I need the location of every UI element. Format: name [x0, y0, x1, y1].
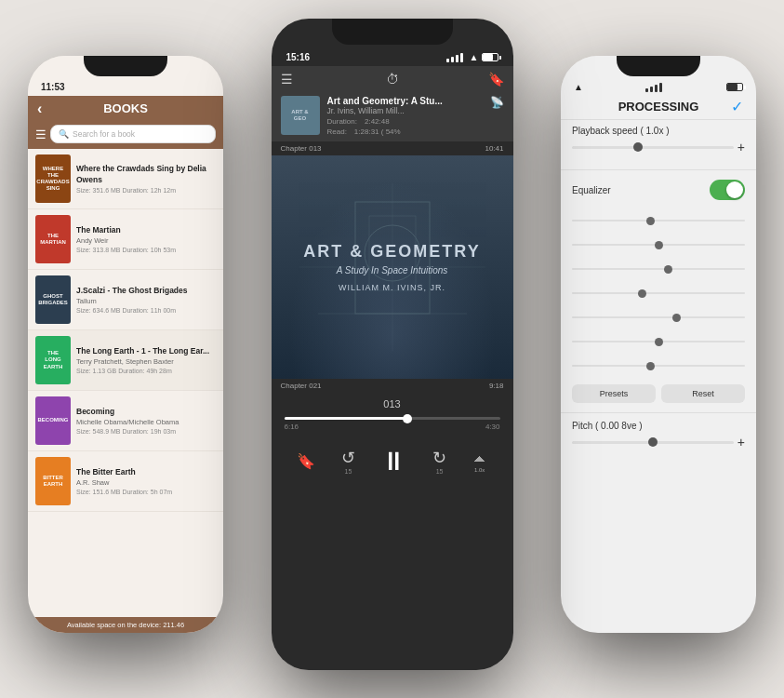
playback-speed-section: Playback speed ( 1.0x ) + [561, 120, 756, 166]
equalizer-label: Equalizer [572, 185, 611, 195]
right-phone-screen: ▲ PROCESSING ✓ Playback speed ( 1.0x ) [561, 56, 756, 633]
eq-band-3[interactable] [572, 258, 745, 280]
eq-track-6[interactable] [572, 341, 745, 342]
playback-speed-row: Playback speed ( 1.0x ) [572, 126, 745, 136]
playback-speed-slider-row[interactable]: + [572, 140, 745, 154]
menu-icon[interactable]: ☰ [35, 128, 47, 141]
pitch-slider-row[interactable]: + [572, 435, 745, 450]
left-time: 11:53 [41, 82, 65, 92]
book-meta: Size: 634.6 MB Duration: 11h 00m [76, 307, 216, 314]
book-author: Michelle Obama/Michelle Obama [76, 418, 216, 426]
progress-track[interactable] [285, 417, 500, 420]
cast-icon[interactable]: 📡 [490, 96, 504, 109]
eq-thumb-4[interactable] [638, 289, 646, 298]
right-notch [617, 56, 700, 76]
equalizer-toggle[interactable] [710, 180, 745, 200]
book-meta: Size: 151.6 MB Duration: 5h 07m [76, 489, 216, 495]
eq-thumb-2[interactable] [655, 241, 663, 249]
eq-track-1[interactable] [572, 220, 745, 221]
center-time: 15:16 [286, 52, 311, 62]
book-cover: WHERE THECRAWDADSSING [35, 154, 71, 203]
book-meta: Size: 351.6 MB Duration: 12h 12m [76, 187, 216, 194]
read-label: Read: [327, 128, 347, 136]
eq-band-6[interactable] [572, 330, 745, 353]
playback-speed-label: Playback speed ( 1.0x ) [572, 126, 670, 136]
playback-speed-thumb[interactable] [633, 142, 643, 152]
search-input[interactable]: 🔍 Search for a book [50, 125, 216, 143]
read-value: 1:28:31 ( 54% [354, 128, 401, 136]
eq-band-4[interactable] [572, 282, 745, 304]
clock-icon[interactable]: ⏱ [386, 72, 399, 87]
checkmark-button[interactable]: ✓ [731, 98, 743, 115]
storage-text: Available space on the device: 211.46 [67, 621, 184, 629]
pitch-slider[interactable] [572, 441, 734, 444]
now-playing-author: Jr. Ivins, William Mill... [327, 106, 483, 115]
books-header: ‹ BOOKS [28, 96, 223, 121]
book-info: The Bitter Earth A.R. Shaw Size: 151.6 M… [76, 467, 216, 494]
player-controls: 🔖 ↺ 15 ⏸ ↻ 15 ⏶ 1.0x [272, 436, 513, 491]
eq-thumb-3[interactable] [664, 265, 672, 274]
eq-track-2[interactable] [572, 244, 745, 246]
eq-track-5[interactable] [572, 316, 745, 318]
list-item[interactable]: GHOSTBRIGADES J.Scalzi - The Ghost Briga… [28, 270, 223, 330]
eq-thumb-7[interactable] [646, 362, 655, 370]
books-title: BOOKS [103, 101, 148, 115]
pause-button[interactable]: ⏸ [380, 446, 406, 477]
book-title: The Bitter Earth [76, 467, 216, 477]
duration-label: Duration: [327, 117, 357, 126]
forward-button[interactable]: ↻ 15 [432, 448, 446, 475]
eq-button[interactable]: ⏶ 1.0x [472, 450, 487, 473]
eq-thumb-1[interactable] [646, 217, 655, 225]
player-progress[interactable]: 6:16 4:30 [272, 415, 513, 436]
playback-speed-slider[interactable] [572, 146, 734, 149]
rewind-button[interactable]: ↺ 15 [341, 448, 355, 475]
eq-band-5[interactable] [572, 306, 745, 329]
bookmark-icon[interactable]: 🔖 [488, 72, 504, 87]
left-notch [84, 56, 167, 76]
signal-icons: ▲ [446, 52, 498, 62]
bookmark-btn[interactable]: 🔖 [297, 452, 315, 470]
list-item[interactable]: WHERE THECRAWDADSSING Where the Crawdads… [28, 149, 223, 209]
list-item[interactable]: THELONGEARTH The Long Earth - 1 - The Lo… [28, 330, 223, 391]
hamburger-icon[interactable]: ☰ [281, 72, 293, 87]
toggle-knob [726, 181, 743, 198]
back-button[interactable]: ‹ [37, 101, 42, 117]
eq-thumb-6[interactable] [655, 338, 663, 346]
book-cover: GHOSTBRIGADES [35, 275, 71, 324]
left-phone-screen: 11:53 ‹ BOOKS ☰ 🔍 Search for a book WHER… [28, 56, 223, 633]
eq-thumb-5[interactable] [672, 314, 681, 322]
list-item[interactable]: BECOMING Becoming Michelle Obama/Michell… [28, 391, 223, 451]
wifi-icon: ▲ [470, 52, 479, 62]
eq-band-2[interactable] [572, 234, 745, 256]
eq-band-7[interactable] [572, 355, 745, 377]
book-meta: Size: 1.13 GB Duration: 49h 28m [76, 368, 216, 374]
book-title: Becoming [76, 407, 216, 417]
storage-bar: Available space on the device: 211.46 [28, 617, 223, 633]
now-playing-meta: Duration: 2:42:48 [327, 117, 483, 126]
eq-track-4[interactable] [572, 292, 745, 294]
list-item[interactable]: THEMARTIAN The Martian Andy Weir Size: 3… [28, 209, 223, 270]
center-notch [332, 19, 453, 45]
presets-button[interactable]: Presets [572, 384, 656, 403]
right-wifi-icon: ▲ [574, 82, 583, 92]
right-phone: ▲ PROCESSING ✓ Playback speed ( 1.0x ) [561, 56, 756, 633]
chapter-bottom-text: Chapter 021 [281, 382, 322, 390]
eq-track-7[interactable] [572, 365, 745, 367]
chapter-top-time: 10:41 [485, 144, 503, 153]
book-info: The Martian Andy Weir Size: 313.8 MB Dur… [76, 225, 216, 252]
pitch-thumb[interactable] [648, 437, 658, 447]
left-phone: 11:53 ‹ BOOKS ☰ 🔍 Search for a book WHER… [28, 56, 223, 633]
book-info: Where the Crawdads Sing by Delia Owens S… [76, 164, 216, 193]
chapter-bottom-time: 9:18 [489, 382, 504, 390]
pitch-plus[interactable]: + [737, 435, 745, 450]
center-phone: 15:16 ▲ ☰ ⏱ 🔖 [272, 19, 513, 670]
book-title: The Martian [76, 225, 216, 235]
progress-thumb[interactable] [403, 414, 412, 423]
reset-button[interactable]: Reset [661, 384, 745, 403]
album-art: ART & GEOMETRY A Study In Space Intuitio… [272, 155, 513, 379]
divider-1 [561, 169, 756, 170]
eq-track-3[interactable] [572, 268, 745, 270]
list-item[interactable]: BITTEREARTH The Bitter Earth A.R. Shaw S… [28, 451, 223, 512]
playback-speed-plus[interactable]: + [737, 140, 745, 154]
eq-band-1[interactable] [572, 209, 745, 232]
